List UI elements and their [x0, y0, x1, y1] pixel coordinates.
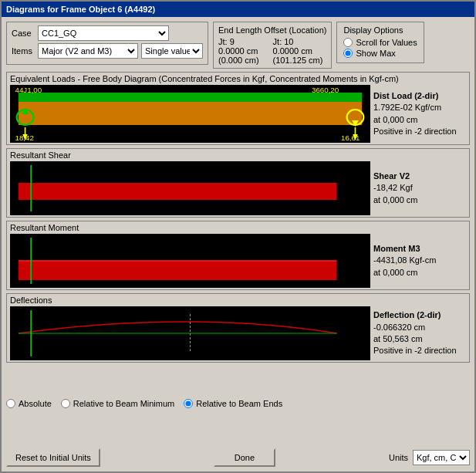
j-end-line2: (101.125 cm) — [273, 56, 323, 65]
bottom-buttons: Reset to Initial Units Done Units Kgf, c… — [6, 448, 470, 467]
fbd-info: Dist Load (2-dir) 1.792E-02 Kgf/cm at 0,… — [373, 90, 466, 138]
svg-marker-19 — [19, 261, 337, 280]
deflection-info-title: Deflection (2-dir) — [373, 309, 466, 321]
moment-svg — [10, 234, 370, 288]
moment-info-title: Moment M3 — [373, 243, 466, 255]
case-select[interactable]: CC1_GQ — [38, 25, 169, 41]
moment-info: Moment M3 -4431,08 Kgf-cm at 0,000 cm — [373, 243, 466, 279]
moment-info-line2: at 0,000 cm — [373, 267, 466, 279]
svg-text:3660,20: 3660,20 — [312, 86, 339, 94]
display-options-panel: Display Options Scroll for Values Show M… — [336, 22, 424, 63]
deflection-radio-group: Absolute Relative to Beam Minimum Relati… — [6, 366, 470, 442]
shear-title: Resultant Shear — [10, 150, 466, 160]
case-label: Case — [12, 29, 35, 38]
fbd-info-line3: Positive in -2 direction — [373, 126, 466, 137]
done-button[interactable]: Done — [214, 448, 275, 467]
moment-info-line1: -4431,08 Kgf-cm — [373, 255, 466, 266]
units-select[interactable]: Kgf, cm, C — [413, 450, 470, 465]
end-length-title: End Length Offset (Location) — [218, 25, 326, 35]
items-select[interactable]: Major (V2 and M3) — [38, 43, 138, 59]
window-title: Diagrams for Frame Object 6 (A4492) — [6, 5, 155, 14]
fbd-canvas: 44J1,00 3660,20 18,42 16,61 — [10, 85, 370, 143]
moment-section: Resultant Moment Moment M3 -4431, — [6, 221, 470, 290]
relative-ends-label: Relative to Beam Ends — [196, 399, 282, 408]
single-valued-select[interactable]: Single valued — [141, 43, 203, 59]
fbd-info-line2: at 0,000 cm — [373, 114, 466, 126]
display-options-title: Display Options — [343, 25, 417, 35]
absolute-label: Absolute — [19, 399, 52, 408]
fbd-section: Equivalent Loads - Free Body Diagram (Co… — [6, 72, 470, 145]
moment-canvas — [10, 234, 370, 288]
i-end-label: Jt: 9 — [218, 37, 259, 46]
shear-section: Resultant Shear Shear V2 -18,42 Kgf at 0… — [6, 148, 470, 218]
i-end-line2: (0.000 cm) — [218, 56, 259, 65]
items-label: Items — [12, 46, 35, 56]
show-max-radio[interactable] — [343, 49, 353, 58]
j-end-label: Jt: 10 — [273, 37, 323, 46]
scroll-label: Scroll for Values — [356, 38, 417, 47]
fbd-info-line1: 1.792E-02 Kgf/cm — [373, 102, 466, 113]
deflection-info: Deflection (2-dir) -0.066320 cm at 50,56… — [373, 309, 466, 357]
fbd-svg: 44J1,00 3660,20 18,42 16,61 — [10, 85, 370, 143]
title-bar: Diagrams for Frame Object 6 (A4492) — [2, 2, 474, 17]
relative-min-radio[interactable] — [61, 399, 70, 408]
svg-rect-1 — [19, 102, 362, 125]
show-max-label: Show Max — [356, 49, 395, 58]
deflection-info-line1: -0.066320 cm — [373, 322, 466, 333]
deflection-svg — [10, 306, 370, 360]
fbd-info-title: Dist Load (2-dir) — [373, 90, 466, 102]
relative-min-label: Relative to Beam Minimum — [73, 399, 174, 408]
deflection-section: Deflections Defle — [6, 293, 470, 363]
shear-info-line2: at 0,000 cm — [373, 194, 466, 206]
shear-info-title: Shear V2 — [373, 171, 466, 182]
j-end-line1: 0.0000 cm — [273, 46, 323, 56]
shear-info: Shear V2 -18,42 Kgf at 0,000 cm — [373, 171, 466, 206]
deflection-canvas — [10, 306, 370, 360]
reset-button[interactable]: Reset to Initial Units — [6, 448, 100, 467]
absolute-radio[interactable] — [6, 399, 15, 408]
shear-canvas — [10, 161, 370, 215]
fbd-title: Equivalent Loads - Free Body Diagram (Co… — [10, 74, 466, 83]
relative-ends-radio[interactable] — [184, 399, 193, 408]
deflection-info-line3: Positive in -2 direction — [373, 345, 466, 356]
svg-rect-16 — [19, 183, 337, 200]
moment-title: Resultant Moment — [10, 223, 466, 232]
deflection-title: Deflections — [10, 296, 466, 305]
units-label: Units — [389, 453, 408, 462]
i-end-line1: 0.0000 cm — [218, 46, 259, 56]
main-window: Diagrams for Frame Object 6 (A4492) Case… — [0, 0, 476, 473]
scroll-radio[interactable] — [343, 38, 353, 47]
shear-info-line1: -18,42 Kgf — [373, 182, 466, 194]
shear-svg — [10, 161, 370, 215]
deflection-info-line2: at 50,563 cm — [373, 333, 466, 345]
svg-text:44J1,00: 44J1,00 — [15, 86, 42, 94]
end-length-panel: End Length Offset (Location) Jt: 9 0.000… — [213, 22, 332, 69]
svg-rect-2 — [19, 93, 362, 102]
case-items-panel: Case CC1_GQ Items Major (V2 and M3) Sing… — [6, 22, 208, 65]
